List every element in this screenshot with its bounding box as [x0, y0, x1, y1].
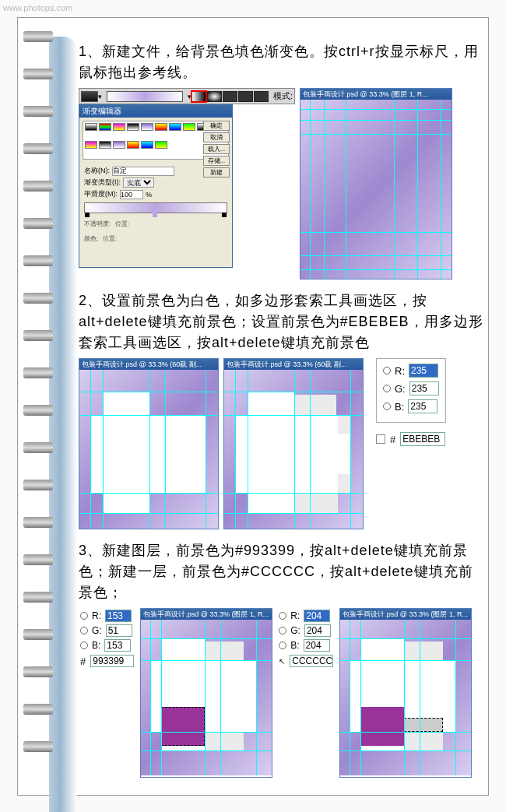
radio-b[interactable]: [80, 642, 88, 649]
ps-canvas-window-3b: 包装手画设计.psd @ 33.3% (图层 1, R...: [339, 608, 472, 778]
diamond-gradient-button[interactable]: [254, 91, 269, 102]
radio-g[interactable]: [80, 627, 88, 634]
percent-label: %: [146, 191, 152, 199]
radio-r[interactable]: [383, 367, 391, 374]
ps-window-titlebar: 包装手画设计.psd @ 33.3% (60载 副...: [224, 359, 363, 370]
radio-b[interactable]: [279, 642, 286, 649]
hex-symbol: #: [390, 434, 395, 445]
step3-text: 3、新建图层，前景色为#993399，按alt+delete键填充前景色；新建一…: [79, 540, 483, 603]
gradient-preview[interactable]: [107, 91, 183, 102]
reflected-gradient-button[interactable]: [238, 91, 253, 102]
ps-window-titlebar: 包装手画设计.psd @ 33.3% (图层 1, R...: [300, 89, 452, 100]
tutorial-page: 1、新建文件，给背景色填色渐变色。按ctrl+r按显示标尺，用鼠标拖出参考线。 …: [17, 17, 489, 796]
mode-label: 模式:: [273, 90, 293, 102]
ps-window-titlebar: 包装手画设计.psd @ 33.3% (图层 1, R...: [141, 609, 272, 620]
g-label: G:: [290, 625, 300, 636]
g-input[interactable]: [409, 381, 439, 395]
dialog-titlebar: 渐变编辑器: [79, 105, 232, 118]
save-button[interactable]: 存储...: [203, 156, 230, 166]
hex-input[interactable]: [290, 655, 333, 667]
step1-assets: ▾ ▾ 模式: 渐变编辑器: [79, 88, 483, 279]
b-input[interactable]: [304, 639, 330, 652]
notebook-rings: [23, 31, 54, 779]
angle-gradient-button[interactable]: [223, 91, 237, 102]
step2-assets: 包装手画设计.psd @ 33.3% (60载 副... 包装手画设计.psd …: [79, 358, 483, 529]
radial-gradient-button[interactable]: [207, 91, 222, 102]
ps-canvas-window-3a: 包装手画设计.psd @ 33.3% (图层 1, R...: [140, 608, 272, 778]
g-input[interactable]: [106, 624, 132, 637]
g-input[interactable]: [304, 624, 331, 637]
radio-r[interactable]: [80, 612, 88, 620]
step1-text: 1、新建文件，给背景色填色渐变色。按ctrl+r按显示标尺，用鼠标拖出参考线。: [79, 41, 483, 83]
load-button[interactable]: 载入...: [203, 144, 230, 154]
ps-canvas-window-1: 包装手画设计.psd @ 33.3% (图层 1, R...: [300, 88, 452, 279]
b-label: B:: [395, 401, 404, 413]
gradient-type-buttons: [192, 91, 269, 102]
gradient-ramp[interactable]: [84, 202, 227, 213]
ps-canvas-window-2b: 包装手画设计.psd @ 33.3% (60载 副...: [223, 358, 364, 529]
rgb-values-panel-993399: R: G: B: #: [79, 608, 135, 669]
gradient-dropdown[interactable]: [81, 91, 98, 102]
position-stop-label2: 位置:: [103, 234, 117, 243]
ps-window-titlebar: 包装手画设计.psd @ 33.3% (60载 副...: [79, 359, 218, 370]
radio-g[interactable]: [383, 385, 391, 392]
position-stop-label: 位置:: [115, 220, 129, 228]
ps-canvas-1: [300, 100, 452, 279]
radio-g[interactable]: [279, 627, 286, 634]
type-select[interactable]: 实底: [123, 178, 154, 188]
ps-canvas-3b: [340, 620, 471, 775]
name-label: 名称(N):: [84, 166, 110, 176]
gradient-editor-dialog: 渐变编辑器 确定 取消 载入... 存储... 新建: [79, 104, 233, 268]
b-label: B:: [290, 640, 299, 651]
b-input[interactable]: [104, 639, 131, 652]
rgb-values-panel-ebebeb: R: G: B:: [376, 358, 446, 423]
r-input[interactable]: [409, 364, 438, 378]
r-label: R:: [290, 610, 300, 621]
linear-gradient-button[interactable]: [192, 91, 206, 102]
hex-symbol: #: [80, 656, 86, 667]
smooth-input[interactable]: [120, 190, 143, 199]
b-label: B:: [92, 640, 100, 651]
hex-input[interactable]: [400, 432, 445, 446]
ps-canvas-2b: [224, 370, 363, 529]
name-input[interactable]: [112, 167, 174, 176]
gradient-options-bar: ▾ ▾ 模式:: [79, 88, 295, 104]
radio-b[interactable]: [383, 402, 391, 410]
content-area: 1、新建文件，给背景色填色渐变色。按ctrl+r按显示标尺，用鼠标拖出参考线。 …: [79, 41, 483, 789]
eyedropper-icon: ↖: [279, 657, 285, 666]
ps-canvas-2a: [79, 370, 218, 529]
opacity-stop-label: 不透明度:: [84, 220, 111, 228]
type-label: 渐变类型(I):: [84, 178, 121, 188]
radio-r[interactable]: [279, 612, 286, 620]
ps-canvas-window-2a: 包装手画设计.psd @ 33.3% (60载 副...: [79, 358, 219, 529]
cancel-button[interactable]: 取消: [203, 132, 230, 142]
r-label: R:: [92, 610, 101, 621]
ps-window-titlebar: 包装手画设计.psd @ 33.3% (图层 1, R...: [340, 609, 471, 620]
r-label: R:: [395, 365, 405, 377]
hex-input[interactable]: [90, 655, 134, 667]
b-input[interactable]: [408, 399, 437, 413]
smooth-label: 平滑度(M):: [84, 189, 118, 199]
g-label: G:: [92, 625, 102, 636]
rgb-values-panel-cccccc: R: G: B: ↖: [277, 608, 335, 669]
r-input[interactable]: [304, 610, 330, 622]
ok-button[interactable]: 确定: [203, 121, 230, 131]
ps-canvas-3a: [141, 620, 272, 775]
step3-assets: R: G: B: # 包装手画设计.psd @ 33.3% (图层 1, R..…: [79, 608, 483, 778]
step2-text: 2、设置前景色为白色，如多边形套索工具画选区，按alt+delete键填充前景色…: [79, 290, 483, 353]
r-input[interactable]: [105, 610, 132, 622]
g-label: G:: [395, 383, 406, 395]
hex-swatch-icon: [376, 434, 385, 444]
color-stop-label: 颜色:: [84, 234, 98, 243]
new-button[interactable]: 新建: [203, 167, 230, 178]
watermark-url: www.photops.com: [3, 3, 72, 12]
